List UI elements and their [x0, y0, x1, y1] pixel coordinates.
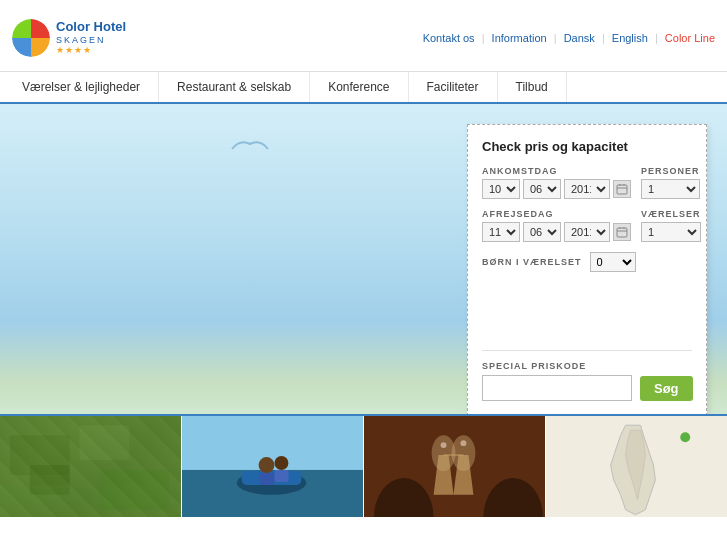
information-link[interactable]: Information [492, 32, 547, 44]
nav-restaurant[interactable]: Restaurant & selskab [159, 72, 310, 102]
arrival-day-select[interactable]: 10010203 [482, 179, 520, 199]
rooms-label: VÆRELSER [641, 209, 701, 219]
arrival-persons-row: ANKOMSTDAG 10010203 060102 20112012 [482, 166, 692, 209]
svg-rect-22 [274, 470, 288, 482]
color-line-link[interactable]: Color Line [665, 32, 715, 44]
logo-location: Skagen [56, 35, 126, 45]
children-field: BØRN I VÆRELSET 0123 [482, 252, 692, 272]
hero-section: Check pris og kapacitet ANKOMSTDAG 10010… [0, 104, 727, 414]
logo-stars: ★★★★ [56, 45, 126, 55]
seagull-decoration [230, 134, 270, 169]
svg-rect-21 [260, 473, 275, 485]
search-button[interactable]: Søg [640, 376, 693, 401]
thumbnails-row [0, 414, 727, 517]
promo-label: SPECIAL PRISKODE [482, 361, 692, 371]
persons-label: PERSONER [641, 166, 700, 176]
top-links: Kontakt os | Information | Dansk | Engli… [423, 32, 715, 44]
svg-rect-14 [0, 485, 181, 505]
svg-rect-12 [80, 425, 130, 460]
persons-select[interactable]: 1234 [641, 179, 700, 199]
booking-widget: Check pris og kapacitet ANKOMSTDAG 10010… [467, 124, 707, 414]
english-link[interactable]: English [612, 32, 648, 44]
departure-month-select[interactable]: 060102 [523, 222, 561, 242]
nav-tilbud[interactable]: Tilbud [498, 72, 567, 102]
dansk-link[interactable]: Dansk [564, 32, 595, 44]
logo-area: Color Hotel Skagen ★★★★ [12, 19, 126, 57]
promo-input[interactable] [482, 375, 632, 401]
promo-row: Søg [482, 375, 692, 401]
logo-name: Color Hotel [56, 20, 126, 34]
svg-rect-1 [617, 185, 627, 194]
kontakt-link[interactable]: Kontakt os [423, 32, 475, 44]
nav-konference[interactable]: Konference [310, 72, 408, 102]
svg-rect-5 [617, 228, 627, 237]
thumbnail-map[interactable] [546, 416, 727, 517]
departure-calendar-icon[interactable] [613, 223, 631, 241]
rooms-field: VÆRELSER 1234 [641, 209, 701, 242]
logo-text-area: Color Hotel Skagen ★★★★ [56, 20, 126, 54]
departure-rooms-row: AFREJSEDAG 110102 060102 20112012 [482, 209, 692, 252]
nav-vaerelser[interactable]: Værelser & lejligheder [0, 72, 159, 102]
main-nav: Værelser & lejligheder Restaurant & sels… [0, 72, 727, 104]
booking-title: Check pris og kapacitet [482, 139, 692, 154]
persons-field: PERSONER 1234 [641, 166, 700, 199]
rooms-select[interactable]: 1234 [641, 222, 701, 242]
departure-label: AFREJSEDAG [482, 209, 631, 219]
arrival-calendar-icon[interactable] [613, 180, 631, 198]
arrival-field: ANKOMSTDAG 10010203 060102 20112012 [482, 166, 631, 199]
arrival-label: ANKOMSTDAG [482, 166, 631, 176]
arrival-month-select[interactable]: 060102 [523, 179, 561, 199]
thumbnail-aerial[interactable] [0, 416, 182, 517]
departure-field: AFREJSEDAG 110102 060102 20112012 [482, 209, 631, 242]
svg-point-19 [259, 457, 275, 473]
thumbnail-glasses[interactable] [364, 416, 546, 517]
departure-day-select[interactable]: 110102 [482, 222, 520, 242]
logo-icon [12, 19, 50, 57]
widget-spacer [482, 282, 692, 342]
arrival-date-row: 10010203 060102 20112012 [482, 179, 631, 199]
svg-point-35 [680, 432, 690, 442]
children-label: BØRN I VÆRELSET [482, 257, 582, 267]
departure-date-row: 110102 060102 20112012 [482, 222, 631, 242]
nav-faciliteter[interactable]: Faciliteter [409, 72, 498, 102]
top-bar: Color Hotel Skagen ★★★★ Kontakt os | Inf… [0, 0, 727, 72]
svg-point-20 [274, 456, 288, 470]
children-select[interactable]: 0123 [590, 252, 636, 272]
departure-year-select[interactable]: 20112012 [564, 222, 610, 242]
promo-section: SPECIAL PRISKODE Søg [482, 350, 692, 401]
arrival-year-select[interactable]: 20112012 [564, 179, 610, 199]
thumbnail-jetski[interactable] [182, 416, 364, 517]
